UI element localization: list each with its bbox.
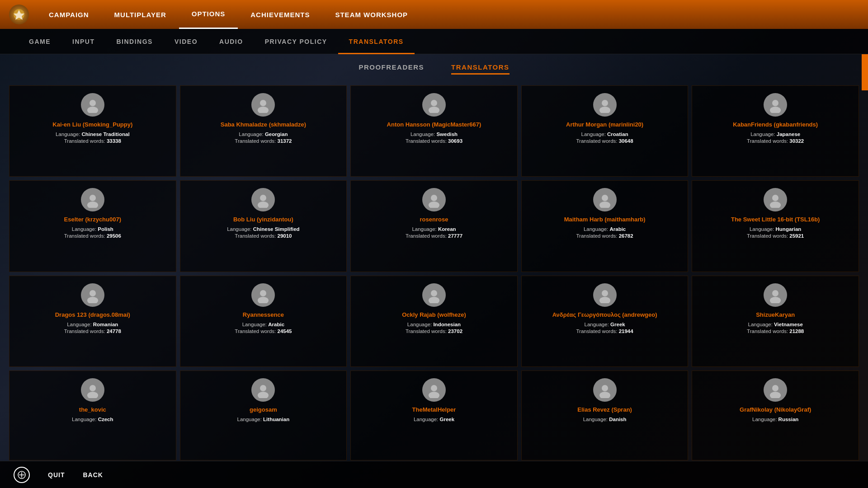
svg-point-36: [429, 392, 439, 398]
avatar: [251, 188, 275, 211]
svg-point-22: [87, 297, 98, 303]
sub-nav-item-translators[interactable]: TRANSLATORS: [338, 29, 415, 54]
translator-words: Translated words: 33338: [64, 138, 121, 144]
avatar: [422, 188, 446, 211]
svg-point-10: [770, 107, 781, 113]
translator-card[interactable]: GrafNikolay (NikolayGraf)Language: Russi…: [692, 371, 859, 460]
translator-card[interactable]: Ανδρέας Γεωργόπουλος (andrewgeo)Language…: [521, 276, 689, 367]
top-navigation: CAMPAIGNMULTIPLAYEROPTIONSACHIEVEMENTSST…: [0, 0, 868, 29]
translator-language: Language: Chinese Traditional: [56, 131, 130, 137]
translator-card[interactable]: rosenroseLanguage: KoreanTranslated word…: [350, 180, 518, 272]
translator-card[interactable]: Bob Liu (yinzidantou)Language: Chinese S…: [180, 180, 347, 272]
translator-words: Translated words: 31372: [235, 138, 292, 144]
scroll-indicator[interactable]: [862, 54, 868, 90]
svg-point-13: [260, 195, 266, 201]
svg-point-35: [431, 385, 437, 391]
translator-words: Translated words: 30322: [747, 138, 804, 144]
top-nav-item-options[interactable]: OPTIONS: [179, 0, 238, 29]
svg-point-23: [260, 290, 266, 296]
translator-name: Ryannessence: [243, 311, 284, 319]
translator-card[interactable]: RyannessenceLanguage: ArabicTranslated w…: [180, 276, 347, 367]
svg-point-21: [90, 290, 96, 296]
translator-card[interactable]: Ockly Rajab (wolfheze)Language: Indonesi…: [350, 276, 518, 367]
sub-nav-item-bindings[interactable]: BINDINGS: [106, 29, 164, 54]
svg-point-31: [90, 385, 96, 391]
avatar: [764, 93, 787, 117]
svg-point-7: [602, 100, 608, 106]
game-logo[interactable]: [9, 5, 29, 24]
translator-card[interactable]: Arthur Morgan (marinlini20)Language: Cro…: [521, 85, 689, 177]
main-content: PROOFREADERSTRANSLATORS Kai-en Liu (Smok…: [0, 54, 868, 461]
translator-card[interactable]: the_kovicLanguage: Czech: [9, 371, 176, 460]
avatar: [81, 283, 104, 307]
sub-nav-item-audio[interactable]: AUDIO: [208, 29, 254, 54]
translator-name: the_kovic: [79, 406, 106, 414]
top-nav-item-achievements[interactable]: ACHIEVEMENTS: [238, 0, 322, 29]
svg-point-3: [260, 100, 266, 106]
svg-point-29: [772, 290, 778, 296]
translator-language: Language: Georgian: [239, 131, 288, 137]
svg-point-32: [87, 392, 98, 398]
translator-words: Translated words: 21288: [747, 328, 804, 334]
svg-point-2: [87, 107, 98, 113]
translator-card[interactable]: Elias Revez (Spran)Language: Danish: [521, 371, 689, 460]
tab-proofreaders[interactable]: PROOFREADERS: [359, 63, 424, 75]
translator-language: Language: Japanese: [750, 131, 800, 137]
tab-translators[interactable]: TRANSLATORS: [451, 63, 509, 75]
top-nav-items: CAMPAIGNMULTIPLAYEROPTIONSACHIEVEMENTSST…: [36, 0, 420, 29]
translator-card[interactable]: Eselter (krzychu007)Language: PolishTran…: [9, 180, 176, 272]
svg-point-1: [90, 100, 96, 106]
translator-name: Dragos 123 (dragos.08mai): [55, 311, 130, 319]
sub-nav-item-input[interactable]: INPUT: [61, 29, 106, 54]
translator-card[interactable]: TheMetalHelperLanguage: Greek: [350, 371, 518, 460]
translator-card[interactable]: ShizueKaryanLanguage: VietnameseTranslat…: [692, 276, 859, 367]
translator-words: Translated words: 21944: [576, 328, 633, 334]
svg-point-9: [772, 100, 778, 106]
avatar: [422, 283, 446, 307]
svg-point-12: [87, 202, 98, 208]
back-button[interactable]: BACK: [83, 471, 103, 479]
top-nav-item-multiplayer[interactable]: MULTIPLAYER: [102, 0, 179, 29]
sub-nav-item-privacy-policy[interactable]: PRIVACY POLICY: [254, 29, 338, 54]
avatar: [251, 378, 275, 402]
svg-point-18: [599, 202, 610, 208]
translator-words: Translated words: 24545: [235, 328, 292, 334]
translators-grid: Kai-en Liu (Smoking_Puppy)Language: Chin…: [9, 85, 859, 460]
translator-language: Language: Russian: [752, 417, 798, 422]
translator-card[interactable]: Saba Khmaladze (skhmaladze)Language: Geo…: [180, 85, 347, 177]
translator-language: Language: Indonesian: [407, 322, 461, 327]
svg-point-33: [260, 385, 266, 391]
translator-card[interactable]: The Sweet Little 16-bit (TSL16b)Language…: [692, 180, 859, 272]
svg-point-39: [772, 385, 778, 391]
translator-words: Translated words: 24778: [64, 328, 121, 334]
sub-nav-item-video[interactable]: VIDEO: [164, 29, 208, 54]
svg-point-17: [602, 195, 608, 201]
quit-button[interactable]: QUIT: [48, 471, 65, 479]
translator-card[interactable]: KabanFriends (gkabanfriends)Language: Ja…: [692, 85, 859, 177]
svg-point-5: [431, 100, 437, 106]
avatar: [251, 283, 275, 307]
avatar: [422, 93, 446, 117]
translator-words: Translated words: 29506: [64, 233, 121, 239]
translator-card[interactable]: Anton Hansson (MagicMaster667)Language: …: [350, 85, 518, 177]
avatar: [764, 188, 787, 211]
translator-words: Translated words: 30693: [406, 138, 462, 144]
svg-point-11: [90, 195, 96, 201]
translator-words: Translated words: 27777: [406, 233, 462, 239]
translator-words: Translated words: 25921: [747, 233, 804, 239]
sub-navigation: GAMEINPUTBINDINGSVIDEOAUDIOPRIVACY POLIC…: [0, 29, 868, 54]
translator-card[interactable]: Dragos 123 (dragos.08mai)Language: Roman…: [9, 276, 176, 367]
translator-language: Language: Polish: [72, 226, 113, 232]
translator-card[interactable]: Maitham Harb (maithamharb)Language: Arab…: [521, 180, 689, 272]
translator-name: ShizueKaryan: [756, 311, 795, 319]
translator-name: Ockly Rajab (wolfheze): [402, 311, 466, 319]
sub-nav-item-game[interactable]: GAME: [18, 29, 61, 54]
translator-card[interactable]: geigosamLanguage: Lithuanian: [180, 371, 347, 460]
translator-card[interactable]: Kai-en Liu (Smoking_Puppy)Language: Chin…: [9, 85, 176, 177]
top-nav-item-campaign[interactable]: CAMPAIGN: [36, 0, 102, 29]
translator-words: Translated words: 29010: [235, 233, 292, 239]
translator-language: Language: Hungarian: [750, 226, 801, 232]
top-nav-item-steam-workshop[interactable]: STEAM WORKSHOP: [322, 0, 420, 29]
avatar: [593, 188, 617, 211]
svg-point-15: [431, 195, 437, 201]
